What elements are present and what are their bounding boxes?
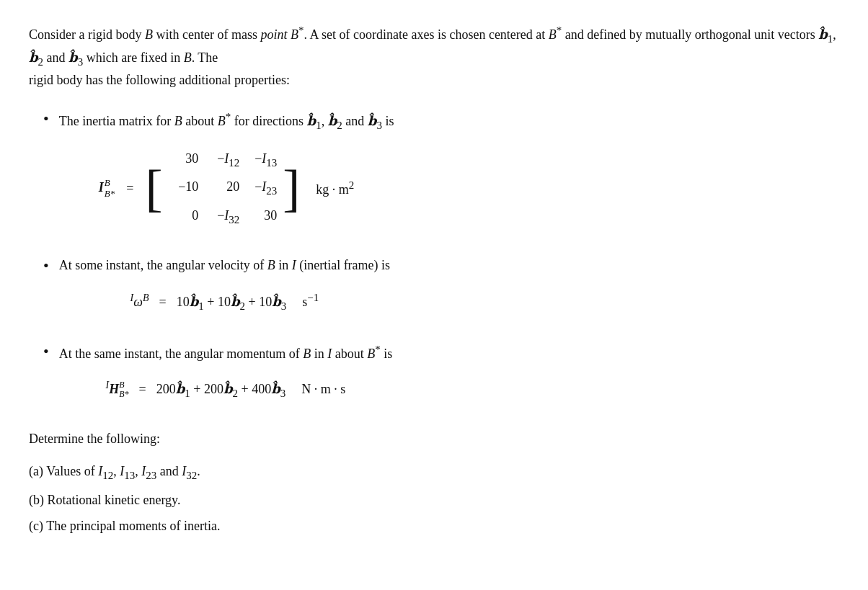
matrix-units: kg · m2: [316, 176, 354, 200]
cell-10: −10: [165, 175, 201, 201]
cell-12: −I23: [244, 175, 280, 201]
cell-02: −I13: [244, 147, 280, 173]
parts-section: (a) Values of I12, I13, I23 and I32. (b)…: [29, 460, 839, 537]
H-lhs: IHBB*: [106, 377, 129, 400]
right-bracket: ]: [283, 162, 300, 214]
determine-text: Determine the following:: [29, 432, 160, 446]
cell-11: 20: [203, 175, 242, 201]
cell-01: −I12: [203, 147, 242, 173]
matrix-equation-block: IBB* = [ 30 −I12 −I13 −10 20 −I23: [59, 147, 394, 230]
bullet-section-2: • At some instant, the angular velocity …: [43, 255, 839, 327]
H-equals: =: [139, 379, 146, 400]
part-c-text: (c) The principal moments of inertia.: [29, 519, 221, 533]
omega-units: s−1: [302, 289, 319, 313]
bullet-text-3: At the same instant, the angular momentu…: [59, 341, 392, 414]
omega-lhs: IωB: [130, 290, 149, 313]
matrix-brackets: [ 30 −I12 −I13 −10 20 −I23 0 −I32 30: [145, 147, 300, 230]
part-b: (b) Rotational kinetic energy.: [29, 488, 839, 511]
determine-section: Determine the following:: [29, 432, 839, 447]
H-units: N · m · s: [301, 379, 345, 400]
H-rhs: 200b̂1 + 200b̂2 + 400b̂3: [156, 379, 286, 402]
bullet-text-1: The inertia matrix for B about B* for di…: [59, 108, 394, 242]
bullet-text-2: At some instant, the angular velocity of…: [59, 255, 390, 327]
cell-00: 30: [165, 147, 201, 173]
matrix-lhs: IBB*: [99, 177, 115, 199]
equals-sign: =: [126, 178, 133, 199]
bullet-dot-3: •: [43, 339, 49, 363]
bullet-item-3: • At the same instant, the angular momen…: [43, 341, 839, 414]
part-c: (c) The principal moments of inertia.: [29, 514, 839, 537]
bullet-item-1: • The inertia matrix for B about B* for …: [43, 108, 839, 242]
part-a: (a) Values of I12, I13, I23 and I32.: [29, 460, 839, 486]
angular-velocity-eq: IωB = 10b̂1 + 10b̂2 + 10b̂3 s−1: [59, 289, 390, 315]
bullet-section-1: • The inertia matrix for B about B* for …: [43, 108, 839, 242]
bullet-section-3: • At the same instant, the angular momen…: [43, 341, 839, 414]
bullet-dot-1: •: [43, 107, 49, 130]
matrix-grid: 30 −I12 −I13 −10 20 −I23 0 −I32 30: [165, 147, 280, 230]
intro-paragraph: Consider a rigid body B with center of m…: [29, 22, 839, 91]
cell-22: 30: [244, 204, 280, 230]
omega-equals: =: [159, 292, 167, 313]
left-bracket: [: [145, 162, 162, 214]
cell-21: −I32: [203, 204, 242, 230]
angular-momentum-eq: IHBB* = 200b̂1 + 200b̂2 + 400b̂3 N · m ·…: [59, 377, 392, 402]
part-b-text: (b) Rotational kinetic energy.: [29, 493, 180, 507]
matrix-equation: IBB* = [ 30 −I12 −I13 −10 20 −I23: [99, 147, 355, 230]
omega-rhs: 10b̂1 + 10b̂2 + 10b̂3: [177, 292, 287, 315]
bullet-dot-2: •: [43, 254, 49, 277]
cell-20: 0: [165, 204, 201, 230]
bullet-item-2: • At some instant, the angular velocity …: [43, 255, 839, 327]
